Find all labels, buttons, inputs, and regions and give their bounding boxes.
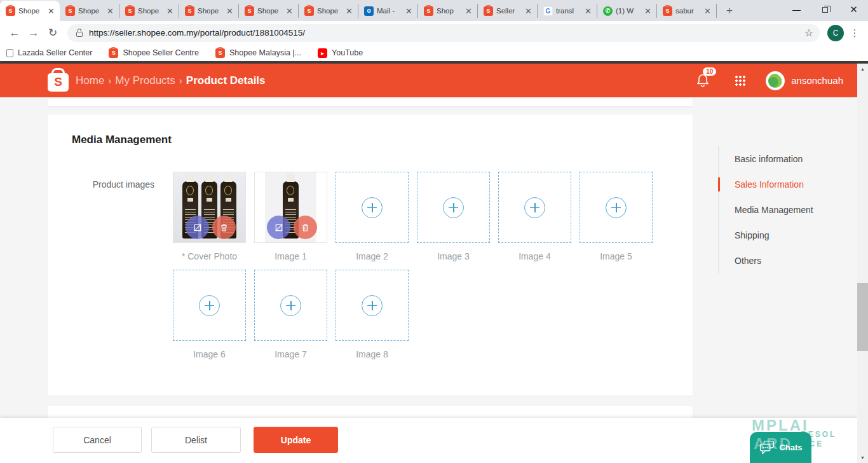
browser-tab[interactable]: Shope ✕ xyxy=(0,1,60,21)
breadcrumb-label[interactable]: Product Details xyxy=(186,74,266,87)
image-slot-box[interactable] xyxy=(417,172,490,243)
tab-favicon xyxy=(245,6,254,16)
browser-tab[interactable]: Mail - ✕ xyxy=(358,4,418,18)
tab-close-icon[interactable]: ✕ xyxy=(583,6,593,16)
edit-image-button[interactable] xyxy=(267,216,290,239)
bookmark-item[interactable]: Shopee Malaysia |... xyxy=(215,48,301,58)
footer-action-bar: Cancel Delist Update xyxy=(0,418,857,463)
tab-close-icon[interactable]: ✕ xyxy=(464,6,473,16)
bookmark-item[interactable]: YouTube xyxy=(318,48,363,58)
tab-close-icon[interactable]: ✕ xyxy=(46,6,56,16)
section-nav-item[interactable]: Others xyxy=(735,248,813,273)
add-image-dropzone[interactable] xyxy=(417,172,490,243)
product-image-slot[interactable]: Image 6 xyxy=(173,270,246,368)
scroll-up-arrow-icon[interactable]: ▲ xyxy=(857,64,868,74)
browser-menu-icon[interactable]: ⋮ xyxy=(846,27,863,39)
product-image-slot[interactable]: Image 7 xyxy=(254,270,327,368)
page-scrollbar[interactable]: ▲ ▼ xyxy=(857,64,868,463)
add-image-dropzone[interactable] xyxy=(336,172,409,243)
browser-tab[interactable]: Shop ✕ xyxy=(418,4,478,18)
breadcrumb-item[interactable]: Product Details › xyxy=(186,74,266,87)
image-slot-box[interactable] xyxy=(254,172,327,243)
bookmark-item[interactable]: Shopee Seller Centre xyxy=(109,48,199,58)
section-nav-item[interactable]: Media Management xyxy=(735,197,813,223)
bookmark-item[interactable]: Lazada Seller Center xyxy=(6,48,92,57)
reload-button[interactable]: ↻ xyxy=(43,24,62,43)
add-image-dropzone[interactable] xyxy=(580,172,653,243)
browser-tab[interactable]: (1) W ✕ xyxy=(597,4,657,18)
update-button[interactable]: Update xyxy=(254,427,338,453)
url-text[interactable]: https://seller.shopee.com.my/portal/prod… xyxy=(89,28,804,38)
browser-tab[interactable]: Shope ✕ xyxy=(239,4,299,18)
image-slot-box[interactable] xyxy=(173,270,246,341)
apps-grid-icon[interactable] xyxy=(735,76,745,86)
browser-tab[interactable]: Shope ✕ xyxy=(119,4,179,18)
browser-profile-avatar[interactable]: C xyxy=(827,25,844,41)
chats-button[interactable]: Chats xyxy=(750,432,811,463)
tab-close-icon[interactable]: ✕ xyxy=(285,6,294,16)
image-slot-box[interactable] xyxy=(336,172,409,243)
tab-close-icon[interactable]: ✕ xyxy=(225,6,234,16)
product-image-slot[interactable]: Image 2 xyxy=(336,172,409,270)
image-slot-label: Image 5 xyxy=(580,243,653,270)
product-image-slot[interactable]: Image 1 xyxy=(254,172,327,270)
browser-tab[interactable]: transl ✕ xyxy=(538,4,597,18)
chat-bubbles-icon xyxy=(759,440,775,455)
username-label[interactable]: ansonchuah xyxy=(791,75,843,86)
secure-lock-icon[interactable] xyxy=(76,32,83,37)
delete-image-button[interactable] xyxy=(294,216,317,239)
browser-tab[interactable]: sabur ✕ xyxy=(657,4,717,18)
image-slot-box[interactable] xyxy=(336,270,409,341)
section-nav-item[interactable]: Sales Information xyxy=(735,172,813,197)
scroll-down-arrow-icon[interactable]: ▼ xyxy=(857,452,868,463)
next-card-edge xyxy=(48,406,693,418)
maximize-button[interactable] xyxy=(811,0,839,19)
product-image-slot[interactable]: Image 3 xyxy=(417,172,490,270)
address-bar[interactable]: https://seller.shopee.com.my/portal/prod… xyxy=(67,24,820,42)
shopee-logo[interactable]: S xyxy=(48,73,69,92)
tab-close-icon[interactable]: ✕ xyxy=(643,6,653,16)
delete-image-button[interactable] xyxy=(212,216,236,239)
breadcrumb-item[interactable]: My Products › xyxy=(115,74,186,87)
add-image-dropzone[interactable] xyxy=(173,270,246,341)
browser-tab[interactable]: Shope ✕ xyxy=(299,4,358,18)
product-image-slot[interactable]: Image 8 xyxy=(336,270,409,368)
close-window-button[interactable]: ✕ xyxy=(839,0,868,19)
add-image-dropzone[interactable] xyxy=(498,172,571,243)
image-slot-box[interactable] xyxy=(580,172,653,243)
breadcrumb-label[interactable]: My Products xyxy=(115,74,175,87)
breadcrumb-label[interactable]: Home xyxy=(76,74,104,87)
section-nav-item[interactable]: Shipping xyxy=(735,223,813,248)
forward-button[interactable]: → xyxy=(24,24,43,43)
bookmark-star-icon[interactable]: ☆ xyxy=(804,27,813,39)
edit-image-button[interactable] xyxy=(186,216,209,239)
tab-close-icon[interactable]: ✕ xyxy=(404,6,414,16)
minimize-button[interactable]: — xyxy=(782,0,811,19)
tab-close-icon[interactable]: ✕ xyxy=(703,6,712,16)
browser-tab[interactable]: Seller ✕ xyxy=(478,4,538,18)
browser-tab[interactable]: Shope ✕ xyxy=(60,4,119,18)
breadcrumb-item[interactable]: Home › xyxy=(76,74,115,87)
section-nav-item[interactable]: Basic information xyxy=(735,146,813,172)
add-image-dropzone[interactable] xyxy=(336,270,409,341)
image-slot-box[interactable] xyxy=(254,270,327,341)
browser-tab[interactable]: Shope ✕ xyxy=(179,4,239,18)
tab-close-icon[interactable]: ✕ xyxy=(165,6,175,16)
notifications-button[interactable]: 10 xyxy=(695,73,712,89)
image-slot-box[interactable] xyxy=(498,172,571,243)
product-image-slot[interactable]: Image 4 xyxy=(498,172,571,270)
add-image-dropzone[interactable] xyxy=(254,270,327,341)
image-slot-box[interactable] xyxy=(173,172,246,243)
cancel-button[interactable]: Cancel xyxy=(53,427,142,453)
scrollbar-thumb[interactable] xyxy=(857,283,868,351)
tab-close-icon[interactable]: ✕ xyxy=(524,6,533,16)
delist-button[interactable]: Delist xyxy=(151,427,241,453)
product-image-slot[interactable]: * Cover Photo xyxy=(173,172,246,270)
back-button[interactable]: ← xyxy=(5,24,24,43)
product-image-slot[interactable]: Image 5 xyxy=(580,172,653,270)
new-tab-button[interactable]: + xyxy=(721,3,738,19)
section-title: Media Management xyxy=(72,134,693,146)
tab-close-icon[interactable]: ✕ xyxy=(344,6,354,16)
user-avatar[interactable] xyxy=(766,71,785,90)
tab-close-icon[interactable]: ✕ xyxy=(105,6,115,16)
